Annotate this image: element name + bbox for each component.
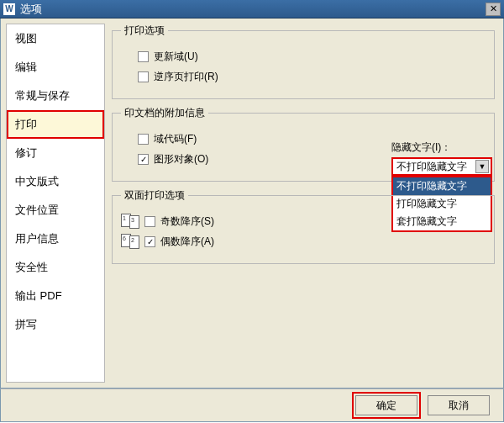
- checkbox-reverse-order[interactable]: [138, 71, 149, 82]
- app-icon: W: [3, 3, 15, 15]
- checkbox-odd-desc[interactable]: [144, 216, 155, 227]
- dialog-body: 视图编辑常规与保存打印修订中文版式文件位置用户信息安全性输出 PDF拼写 打印选…: [0, 19, 504, 389]
- label-graphic-obj: 图形对象(O): [154, 152, 208, 167]
- window-title: 选项: [20, 2, 486, 17]
- combo-value: 不打印隐藏文字: [396, 160, 467, 174]
- checkbox-graphic-obj[interactable]: [138, 154, 149, 165]
- footer: 确定 取消: [0, 389, 504, 422]
- label-even-desc: 偶数降序(A): [160, 235, 214, 249]
- titlebar: W 选项 ✕: [0, 0, 504, 19]
- pages-odd-icon: 13: [121, 214, 141, 229]
- sidebar-item-8[interactable]: 安全性: [7, 253, 104, 282]
- label-reverse-order: 逆序页打印(R): [154, 70, 218, 84]
- checkbox-even-desc[interactable]: [144, 236, 155, 247]
- sidebar-item-5[interactable]: 中文版式: [7, 167, 104, 196]
- group-duplex: 双面打印选项 13 奇数降序(S) 62 偶数降序(A): [112, 188, 495, 264]
- legend-attach-info: 印文档的附加信息: [121, 106, 208, 120]
- sidebar-item-7[interactable]: 用户信息: [7, 225, 104, 253]
- sidebar-item-9[interactable]: 输出 PDF: [7, 282, 104, 310]
- sidebar: 视图编辑常规与保存打印修订中文版式文件位置用户信息安全性输出 PDF拼写: [6, 24, 105, 383]
- sidebar-item-6[interactable]: 文件位置: [7, 196, 104, 225]
- pages-even-icon: 62: [121, 234, 141, 249]
- main-panel: 打印选项 更新域(U) 逆序页打印(R) 印文档的附加信息 域代码(F): [105, 19, 503, 388]
- legend-duplex: 双面打印选项: [121, 188, 188, 203]
- label-odd-desc: 奇数降序(S): [160, 214, 214, 229]
- hidden-text-combo[interactable]: 不打印隐藏文字 ▼: [391, 157, 492, 176]
- sidebar-item-0[interactable]: 视图: [7, 24, 104, 53]
- sidebar-item-10[interactable]: 拼写: [7, 310, 104, 339]
- group-print-options: 打印选项 更新域(U) 逆序页打印(R): [112, 24, 495, 99]
- checkbox-update-field[interactable]: [138, 51, 149, 62]
- group-attach-info: 印文档的附加信息 域代码(F) 图形对象(O) 隐藏文字(I)： 不打印隐藏文字…: [112, 106, 495, 182]
- checkbox-field-code[interactable]: [138, 134, 149, 145]
- ok-button[interactable]: 确定: [355, 395, 417, 415]
- label-update-field: 更新域(U): [154, 50, 198, 64]
- legend-print-options: 打印选项: [121, 24, 168, 38]
- close-button[interactable]: ✕: [486, 3, 501, 16]
- sidebar-item-2[interactable]: 常规与保存: [7, 82, 104, 110]
- sidebar-item-1[interactable]: 编辑: [7, 53, 104, 82]
- sidebar-item-4[interactable]: 修订: [7, 139, 104, 167]
- label-field-code: 域代码(F): [154, 132, 197, 146]
- label-hidden-text: 隐藏文字(I)：: [391, 140, 451, 155]
- chevron-down-icon[interactable]: ▼: [475, 160, 489, 173]
- sidebar-item-3[interactable]: 打印: [7, 110, 104, 139]
- cancel-button[interactable]: 取消: [428, 395, 490, 415]
